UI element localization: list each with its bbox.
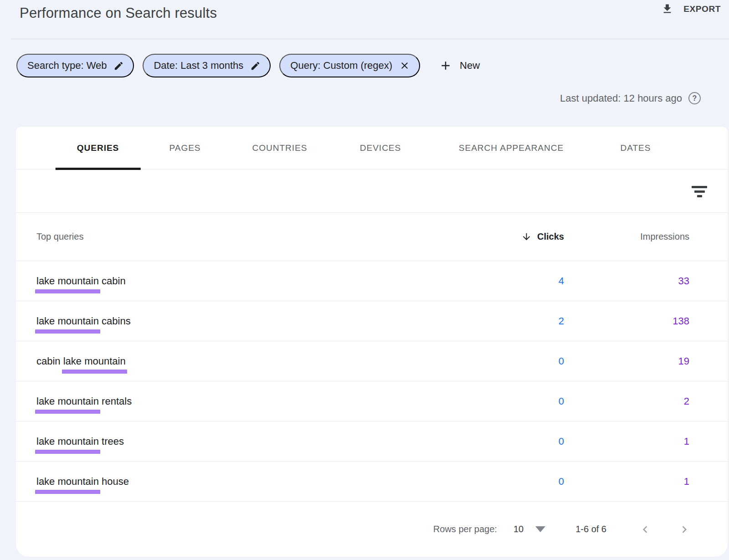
- regex-match-highlight: lake mountain: [36, 315, 99, 327]
- column-header-clicks[interactable]: Clicks: [509, 231, 564, 242]
- clicks-cell: 2: [509, 315, 564, 327]
- clicks-cell: 4: [509, 275, 564, 287]
- clicks-cell: 0: [509, 396, 564, 407]
- tab-dates[interactable]: DATES: [599, 127, 673, 170]
- regex-match-highlight: lake mountain: [36, 396, 99, 407]
- table-row[interactable]: lake mountain trees 0 1: [16, 421, 728, 462]
- regex-match-highlight: lake mountain: [36, 275, 99, 287]
- regex-match-highlight: lake mountain: [36, 436, 99, 447]
- last-updated-text: Last updated: 12 hours ago: [560, 92, 682, 104]
- page-title: Performance on Search results: [20, 5, 217, 21]
- query-cell: lake mountain cabin: [36, 275, 509, 287]
- pagination-range: 1-6 of 6: [575, 524, 606, 534]
- table-toolbar: [16, 170, 728, 213]
- sort-arrow-down-icon: [521, 231, 532, 242]
- query-cell: lake mountain rentals: [36, 396, 509, 407]
- clicks-cell: 0: [509, 436, 564, 447]
- query-cell: cabin lake mountain: [36, 355, 509, 367]
- impressions-cell: 1: [564, 476, 689, 488]
- download-icon: [661, 3, 673, 15]
- regex-match-highlight: lake mountain: [63, 355, 126, 367]
- filter-chips-row: Search type: Web Date: Last 3 months Que…: [16, 54, 480, 77]
- impressions-cell: 1: [564, 436, 689, 447]
- export-button[interactable]: EXPORT: [661, 3, 721, 15]
- impressions-cell: 19: [564, 355, 689, 367]
- tab-queries[interactable]: QUERIES: [56, 127, 141, 170]
- table-body: lake mountain cabin 4 33 lake mountain c…: [16, 261, 728, 502]
- filter-chip-label: Date: Last 3 months: [154, 60, 243, 72]
- help-icon[interactable]: ?: [688, 92, 701, 104]
- pagination-bar: Rows per page: 10 1-6 of 6: [16, 502, 728, 557]
- export-label: EXPORT: [683, 4, 721, 14]
- table-row[interactable]: lake mountain rentals 0 2: [16, 381, 728, 421]
- plus-icon: [439, 59, 452, 72]
- filter-chip[interactable]: Date: Last 3 months: [143, 54, 271, 77]
- impressions-cell: 2: [564, 396, 689, 407]
- rows-per-page-label: Rows per page:: [433, 524, 497, 534]
- filter-chip-label: Search type: Web: [27, 60, 107, 72]
- tab-devices[interactable]: DEVICES: [339, 127, 422, 170]
- table-row[interactable]: lake mountain cabin 4 33: [16, 261, 728, 301]
- filter-chip-label: Query: Custom (regex): [290, 60, 392, 72]
- table-row[interactable]: lake mountain cabins 2 138: [16, 301, 728, 341]
- table-row[interactable]: lake mountain house 0 1: [16, 462, 728, 502]
- tab-search-appearance[interactable]: SEARCH APPEARANCE: [437, 127, 585, 170]
- tab-pages[interactable]: PAGES: [148, 127, 222, 170]
- performance-card: QUERIESPAGESCOUNTRIESDEVICESSEARCH APPEA…: [16, 127, 728, 557]
- edit-pencil-icon[interactable]: [250, 61, 261, 71]
- new-filter-label: New: [460, 60, 480, 72]
- filter-chip[interactable]: Search type: Web: [16, 54, 134, 77]
- tab-countries[interactable]: COUNTRIES: [231, 127, 329, 170]
- table-row[interactable]: cabin lake mountain 0 19: [16, 341, 728, 381]
- regex-match-highlight: lake mountain: [36, 476, 99, 488]
- edit-pencil-icon[interactable]: [113, 61, 124, 71]
- tabs-row: QUERIESPAGESCOUNTRIESDEVICESSEARCH APPEA…: [16, 127, 728, 170]
- impressions-cell: 138: [564, 315, 689, 327]
- next-page-button[interactable]: [678, 523, 691, 536]
- header-divider: [11, 39, 729, 39]
- column-header-top-queries[interactable]: Top queries: [36, 231, 509, 242]
- filter-rows-icon[interactable]: [689, 181, 709, 201]
- filter-chip[interactable]: Query: Custom (regex): [279, 54, 420, 77]
- clicks-cell: 0: [509, 355, 564, 367]
- clicks-header-label: Clicks: [537, 231, 564, 242]
- rows-per-page-caret-icon[interactable]: [535, 526, 545, 532]
- new-filter-button[interactable]: New: [439, 59, 480, 72]
- close-icon[interactable]: [399, 60, 410, 71]
- query-cell: lake mountain cabins: [36, 315, 509, 327]
- column-header-impressions[interactable]: Impressions: [564, 231, 689, 242]
- rows-per-page-value[interactable]: 10: [513, 524, 524, 534]
- clicks-cell: 0: [509, 476, 564, 488]
- chevron-left-icon: [638, 523, 652, 536]
- query-cell: lake mountain house: [36, 476, 509, 488]
- last-updated: Last updated: 12 hours ago ?: [560, 92, 701, 104]
- table-header-row: Top queries Clicks Impressions: [16, 213, 728, 261]
- query-cell: lake mountain trees: [36, 436, 509, 447]
- chevron-right-icon: [678, 523, 691, 536]
- impressions-cell: 33: [564, 275, 689, 287]
- previous-page-button[interactable]: [638, 523, 652, 536]
